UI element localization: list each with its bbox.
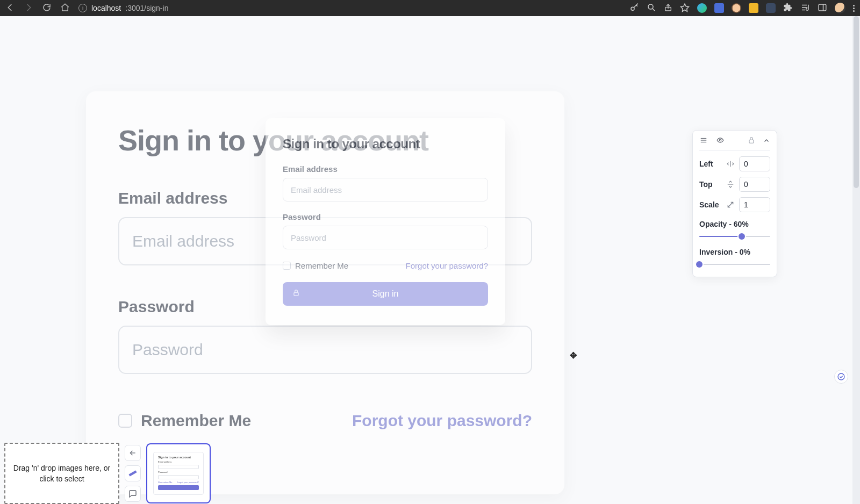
floating-check-badge[interactable]	[834, 370, 848, 384]
overlay-remember-label: Remember Me	[295, 261, 348, 270]
password-input-large[interactable]	[118, 326, 532, 374]
url-path: :3001/sign-in	[125, 4, 168, 12]
svg-point-15	[838, 373, 844, 380]
align-horizontal-icon[interactable]	[726, 159, 735, 169]
overlay-email-input[interactable]	[283, 178, 488, 201]
side-panel-icon[interactable]	[818, 3, 827, 14]
overlay-forgot-link[interactable]: Forgot your password?	[406, 261, 488, 270]
scale-input[interactable]	[739, 197, 770, 212]
thumbnail-preview: Sign in to your account Email address Pa…	[153, 452, 204, 495]
overlay-remember-me[interactable]: Remember Me	[283, 261, 348, 270]
media-icon[interactable]	[800, 3, 810, 14]
back-button[interactable]	[5, 3, 15, 14]
browser-toolbar: i localhost:3001/sign-in	[0, 0, 860, 16]
reload-button[interactable]	[42, 3, 52, 14]
overlay-email-label: Email address	[283, 164, 488, 174]
dock-comment-button[interactable]	[125, 486, 141, 502]
extension-icon-dark[interactable]	[766, 3, 776, 13]
chrome-menu-icon[interactable]	[853, 5, 855, 12]
svg-point-10	[719, 139, 721, 141]
left-input[interactable]	[739, 156, 770, 171]
extension-icon-yellow[interactable]	[749, 3, 758, 13]
overlay-password-input[interactable]	[283, 226, 488, 249]
forgot-password-link-large[interactable]: Forgot your password?	[352, 412, 532, 430]
url-host: localhost	[91, 4, 121, 12]
dock-back-button[interactable]	[125, 445, 141, 461]
lock-icon	[292, 289, 300, 299]
overlay-control-panel[interactable]: Left Top Scale Opacity - 60% I	[692, 130, 777, 277]
overlay-heading: Sign in to your account	[283, 136, 488, 152]
vertical-scrollbar[interactable]	[852, 16, 860, 504]
nav-buttons	[5, 3, 70, 14]
checkbox-icon[interactable]	[283, 262, 291, 270]
overlay-mockup[interactable]: Sign in to your account Email address Pa…	[266, 118, 505, 325]
inversion-slider[interactable]	[699, 261, 770, 268]
address-bar[interactable]: i localhost:3001/sign-in	[78, 4, 168, 12]
collapse-icon[interactable]	[763, 137, 770, 146]
dock-ruler-button[interactable]	[125, 465, 141, 481]
bookmark-star-icon[interactable]	[680, 3, 690, 14]
zoom-icon[interactable]	[647, 3, 656, 14]
svg-rect-4	[819, 4, 826, 11]
bottom-dock: Drag 'n' drop images here, or click to s…	[4, 443, 211, 504]
overlay-password-label: Password	[283, 212, 488, 221]
svg-rect-17	[128, 470, 137, 476]
forward-button[interactable]	[24, 3, 33, 14]
share-icon[interactable]	[664, 3, 672, 14]
toolbar-right	[629, 3, 855, 14]
lock-toggle-icon[interactable]	[748, 136, 755, 146]
page-viewport: Sign in to your account Email address Pa…	[0, 16, 860, 504]
profile-avatar[interactable]	[835, 3, 845, 13]
remember-me-large[interactable]: Remember Me	[118, 412, 251, 430]
home-button[interactable]	[60, 3, 70, 14]
scrollbar-thumb[interactable]	[854, 16, 859, 188]
remember-me-label-large: Remember Me	[141, 412, 251, 430]
scale-icon[interactable]	[726, 200, 735, 210]
svg-marker-3	[681, 4, 689, 11]
svg-line-14	[728, 202, 733, 207]
inversion-label: Inversion - 0%	[699, 248, 770, 256]
image-dropzone[interactable]: Drag 'n' drop images here, or click to s…	[4, 443, 119, 504]
dropzone-text: Drag 'n' drop images here, or click to s…	[13, 463, 111, 485]
layer-thumbnail[interactable]: Sign in to your account Email address Pa…	[146, 443, 211, 503]
move-cursor-icon: ✥	[570, 350, 577, 361]
top-label: Top	[699, 180, 721, 189]
top-input[interactable]	[739, 177, 770, 192]
extension-icon-face[interactable]	[732, 3, 741, 13]
svg-point-1	[648, 4, 653, 9]
left-label: Left	[699, 160, 721, 168]
site-info-icon[interactable]: i	[78, 4, 87, 12]
align-vertical-icon[interactable]	[726, 179, 735, 189]
overlay-signin-button[interactable]: Sign in	[283, 282, 488, 306]
svg-point-0	[631, 7, 634, 10]
extensions-puzzle-icon[interactable]	[783, 3, 793, 14]
scale-label: Scale	[699, 200, 721, 209]
eye-icon[interactable]	[715, 136, 725, 146]
svg-rect-11	[749, 140, 754, 143]
overlay-signin-label: Sign in	[372, 289, 399, 299]
opacity-label: Opacity - 60%	[699, 220, 770, 228]
extension-icon-1[interactable]	[697, 3, 707, 13]
key-icon[interactable]	[629, 3, 639, 14]
opacity-slider[interactable]	[699, 233, 770, 240]
checkbox-icon[interactable]	[118, 414, 132, 428]
extension-icon-translate[interactable]	[714, 3, 724, 13]
svg-rect-6	[294, 292, 298, 296]
menu-icon[interactable]	[699, 136, 708, 146]
